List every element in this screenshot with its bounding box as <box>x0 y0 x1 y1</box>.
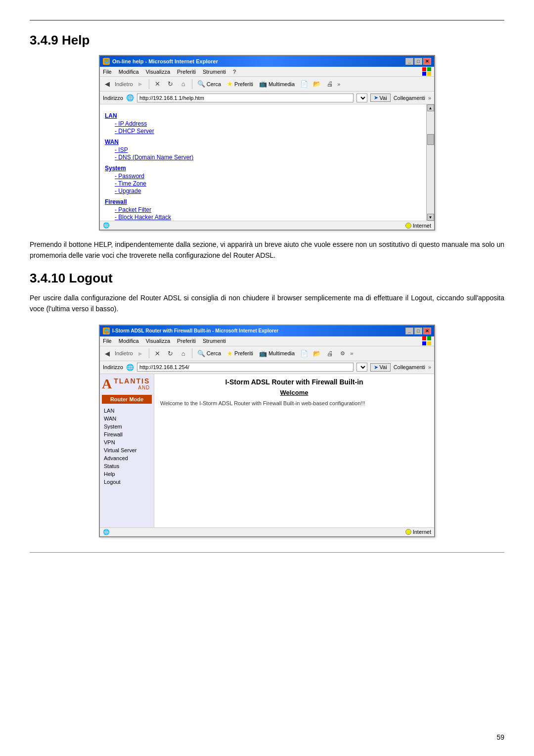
help-section-wan-title[interactable]: WAN <box>105 139 421 145</box>
stop-button[interactable]: ✕ <box>152 79 163 90</box>
menu2-file[interactable]: File <box>103 338 112 344</box>
restore-button-2[interactable]: □ <box>414 328 422 334</box>
back-button[interactable]: ◀ <box>102 79 113 90</box>
nav-firewall[interactable]: Firewall <box>102 430 152 438</box>
nav-logout[interactable]: Logout <box>102 478 152 486</box>
nav-vpn[interactable]: VPN <box>102 438 152 446</box>
stop-button-2[interactable]: ✕ <box>152 348 163 359</box>
toolbar-extra1[interactable]: 📄 <box>299 79 310 90</box>
toolbar-more[interactable]: » <box>337 81 340 87</box>
menu2-strumenti[interactable]: Strumenti <box>203 338 226 344</box>
forward-button[interactable]: ▶ <box>135 79 146 90</box>
titlebar-buttons[interactable]: _ □ ✕ <box>405 58 431 65</box>
go-button-1[interactable]: ➤ Vai <box>370 94 391 102</box>
scrollbar-down-arrow[interactable]: ▼ <box>427 214 434 221</box>
menu-file[interactable]: File <box>103 69 112 75</box>
menu-help[interactable]: ? <box>233 69 236 75</box>
forward-button-2[interactable]: ▶ <box>135 348 146 359</box>
links-label-2[interactable]: Collegamenti <box>394 364 425 370</box>
back-label: Indietro <box>115 81 133 87</box>
toolbar-extra2[interactable]: 📂 <box>312 79 322 90</box>
toolbar2-extra4[interactable]: ⚙ <box>337 348 348 359</box>
links-more-1[interactable]: » <box>428 95 431 101</box>
go-button-2[interactable]: ➤ Vai <box>370 363 391 372</box>
nav-wan[interactable]: WAN <box>102 415 152 423</box>
home-button-2[interactable]: ⌂ <box>178 348 189 359</box>
close-button[interactable]: ✕ <box>423 58 431 65</box>
favorites-toolbar-button-2[interactable]: ★ Preferiti <box>225 349 255 358</box>
help-section-system-title[interactable]: System <box>105 165 421 172</box>
links-label-1[interactable]: Collegamenti <box>394 95 425 101</box>
address-field-2[interactable]: http://192.168.1.254/ <box>137 363 354 372</box>
help-link-dhcp[interactable]: - DHCP Server <box>115 128 421 135</box>
multimedia-toolbar-button[interactable]: 📺 Multimedia <box>257 80 297 88</box>
titlebar-buttons-2[interactable]: _ □ ✕ <box>405 328 431 334</box>
sidebar-panel: A TLANTIS AND Router Mode LAN WAN System… <box>100 374 154 527</box>
menu-strumenti[interactable]: Strumenti <box>203 69 226 75</box>
menu-visualizza[interactable]: Visualizza <box>146 69 170 75</box>
menu-modifica[interactable]: Modifica <box>119 69 139 75</box>
nav-lan[interactable]: LAN <box>102 407 152 415</box>
menu2-preferiti[interactable]: Preferiti <box>177 338 196 344</box>
nav-system[interactable]: System <box>102 423 152 430</box>
help-link-packet-filter[interactable]: - Packet Filter <box>115 206 421 213</box>
nav-advanced[interactable]: Advanced <box>102 454 152 462</box>
links-more-2[interactable]: » <box>428 364 431 370</box>
logo-and: AND <box>114 385 150 390</box>
address-dropdown-1[interactable] <box>356 94 367 102</box>
scrollbar-up-arrow[interactable]: ▲ <box>427 104 434 111</box>
search-label-2: Cerca <box>207 350 221 356</box>
minimize-button-2[interactable]: _ <box>405 328 413 334</box>
menu2-modifica[interactable]: Modifica <box>119 338 139 344</box>
nav-status[interactable]: Status <box>102 462 152 470</box>
main-panel: I-Storm ADSL Router with Firewall Built-… <box>154 374 434 527</box>
scrollbar-thumb-1[interactable] <box>427 134 434 145</box>
media-icon-2: 📺 <box>259 350 267 357</box>
help-section-lan-title[interactable]: LAN <box>105 112 421 119</box>
help-link-ip[interactable]: - IP Address <box>115 120 421 127</box>
windows-logo <box>422 67 431 76</box>
help-section-system: System - Password - Time Zone - Upgrade <box>105 165 421 194</box>
media-icon: 📺 <box>259 80 267 88</box>
status-left-1: 🌐 <box>103 222 112 229</box>
menu2-visualizza[interactable]: Visualizza <box>146 338 170 344</box>
address-dropdown-2[interactable] <box>356 363 367 372</box>
help-section-firewall-title[interactable]: Firewall <box>105 198 421 205</box>
go-arrow-icon: ➤ <box>374 94 378 101</box>
nav-virtual-server[interactable]: Virtual Server <box>102 446 152 454</box>
scrollbar-v-1[interactable]: ▲ ▼ <box>426 104 434 221</box>
help-link-dns[interactable]: - DNS (Domain Name Server) <box>115 154 421 161</box>
browser-menubar-2: File Modifica Visualizza Preferiti Strum… <box>100 336 434 346</box>
minimize-button[interactable]: _ <box>405 58 413 65</box>
refresh-button-2[interactable]: ↻ <box>165 348 176 359</box>
titlebar-left-2: 🌐 I-Storm ADSL Router with Firewall Buil… <box>103 328 278 334</box>
multimedia-toolbar-button-2[interactable]: 📺 Multimedia <box>257 349 297 358</box>
help-link-upgrade[interactable]: - Upgrade <box>115 188 421 194</box>
nav-help[interactable]: Help <box>102 470 152 478</box>
browser-addressbar-2: Indirizzo 🌐 http://192.168.1.254/ ➤ Vai … <box>100 361 434 374</box>
search-toolbar-button[interactable]: 🔍 Cerca <box>195 80 223 88</box>
back-label-2: Indietro <box>115 350 133 356</box>
help-link-timezone[interactable]: - Time Zone <box>115 180 421 187</box>
search-toolbar-button-2[interactable]: 🔍 Cerca <box>195 349 223 358</box>
internet-icon-2 <box>405 529 411 535</box>
back-button-2[interactable]: ◀ <box>102 348 113 359</box>
refresh-button[interactable]: ↻ <box>165 79 176 90</box>
close-button-2[interactable]: ✕ <box>423 328 431 334</box>
help-link-isp[interactable]: - ISP <box>115 146 421 153</box>
browser-window-1: 🌐 On-line help - Microsoft Internet Expl… <box>99 55 435 231</box>
address-field-1[interactable]: http://192.168.1.1/help.htm <box>137 94 354 102</box>
menu-preferiti[interactable]: Preferiti <box>177 69 196 75</box>
browser-content-1: LAN - IP Address - DHCP Server WAN - ISP… <box>100 104 426 221</box>
favorites-label-2: Preferiti <box>234 350 253 356</box>
toolbar2-extra3[interactable]: 🖨 <box>324 348 335 359</box>
toolbar-extra3[interactable]: 🖨 <box>324 79 335 90</box>
help-link-password[interactable]: - Password <box>115 173 421 180</box>
toolbar2-extra1[interactable]: 📄 <box>299 348 310 359</box>
favorites-toolbar-button[interactable]: ★ Preferiti <box>225 80 255 88</box>
restore-button[interactable]: □ <box>414 58 422 65</box>
toolbar-more-2[interactable]: » <box>350 350 353 356</box>
home-button[interactable]: ⌂ <box>178 79 189 90</box>
help-link-block-hacker[interactable]: - Block Hacker Attack <box>115 214 421 221</box>
toolbar2-extra2[interactable]: 📂 <box>312 348 322 359</box>
